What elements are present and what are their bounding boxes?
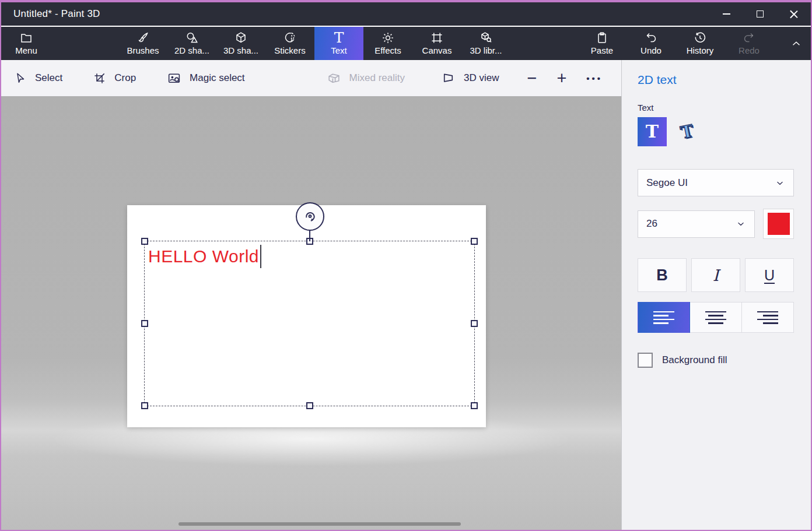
ribbon-item-label: 3D sha... [223, 46, 258, 55]
rotate-handle[interactable] [296, 202, 324, 231]
sticker-icon [283, 31, 297, 45]
resize-handle-middle-right[interactable] [471, 320, 478, 327]
ribbon-item-label: Brushes [127, 46, 159, 55]
align-left-button[interactable] [638, 302, 690, 333]
ribbon-item-label: Stickers [274, 46, 305, 55]
paste-button[interactable]: Paste [578, 27, 626, 60]
align-right-button[interactable] [742, 302, 794, 333]
text-options-panel: 2D text Text T T Segoe UI 26 B [621, 60, 811, 530]
minimize-button[interactable] [709, 2, 743, 26]
font-size-value: 26 [646, 218, 657, 230]
ribbon-item-label: Text [331, 46, 347, 55]
resize-handle-bottom-right[interactable] [471, 402, 478, 409]
font-dropdown-value: Segoe UI [646, 177, 688, 189]
text-color-picker[interactable] [763, 209, 794, 239]
rotate-handle-stem [309, 230, 310, 241]
3d-text-button[interactable]: T [674, 117, 700, 146]
text-caret [260, 245, 261, 268]
underline-button[interactable]: U [745, 258, 794, 292]
magic-select-tool[interactable]: Magic select [167, 71, 244, 86]
chevron-down-icon [736, 219, 746, 229]
2d-text-button[interactable]: T [638, 117, 667, 146]
minimize-icon [723, 13, 730, 15]
redo-icon [742, 31, 756, 45]
paint3d-window: Untitled* - Paint 3D Menu Brushes 2D sha… [0, 0, 812, 531]
resize-handle-middle-left[interactable] [141, 320, 148, 327]
background-fill-row: Background fill [638, 353, 811, 368]
close-button[interactable] [777, 2, 811, 26]
workspace[interactable]: HELLO World [1, 96, 621, 530]
maximize-icon [757, 10, 764, 17]
ribbon-item-label: Canvas [422, 46, 452, 55]
select-tool[interactable]: Select [14, 72, 62, 85]
text-type-row: T T [638, 117, 811, 146]
align-right-icon [757, 311, 778, 324]
text-style-row: B I U [638, 258, 811, 292]
align-center-icon [705, 311, 726, 324]
sun-icon [381, 31, 395, 45]
italic-glyph: I [713, 266, 719, 284]
plus-icon: + [556, 69, 566, 88]
size-color-row: 26 [638, 209, 811, 239]
redo-button[interactable]: Redo [724, 27, 774, 60]
window-title: Untitled* - Paint 3D [1, 8, 100, 20]
3d-text-icon: T [679, 122, 695, 142]
ribbon-item-label: Effects [374, 46, 401, 55]
ribbon-item-label: 3D libr... [470, 46, 502, 55]
zoom-out-button[interactable]: − [527, 69, 537, 88]
bold-button[interactable]: B [638, 258, 687, 292]
3d-view-icon [441, 71, 456, 86]
3d-view-label: 3D view [464, 72, 499, 84]
underline-glyph: U [764, 267, 775, 284]
mixed-reality-tool[interactable]: Mixed reality [327, 71, 405, 86]
menu-button[interactable]: Menu [8, 27, 44, 60]
horizontal-scrollbar[interactable] [178, 522, 461, 526]
align-center-button[interactable] [690, 302, 742, 333]
resize-handle-top-left[interactable] [141, 238, 148, 245]
2d-text-icon: T [646, 123, 659, 140]
resize-handle-bottom-center[interactable] [306, 402, 313, 409]
cursor-icon [14, 72, 27, 85]
italic-button[interactable]: I [691, 258, 740, 292]
resize-handle-top-right[interactable] [471, 238, 478, 245]
3d-library-tab[interactable]: 3D libr... [461, 27, 510, 60]
magic-select-icon [167, 71, 181, 86]
3d-shapes-tab[interactable]: 3D sha... [216, 27, 265, 60]
color-swatch-red [768, 213, 790, 235]
alignment-row [638, 302, 794, 333]
bold-glyph: B [656, 266, 668, 284]
brushes-tab[interactable]: Brushes [118, 27, 167, 60]
effects-tab[interactable]: Effects [363, 27, 412, 60]
font-size-dropdown[interactable]: 26 [638, 210, 755, 238]
2d-shapes-tab[interactable]: 2D sha... [167, 27, 216, 60]
folder-icon [19, 31, 33, 45]
titlebar: Untitled* - Paint 3D [1, 2, 811, 26]
ribbon-item-label: Undo [640, 46, 662, 55]
crop-tool-label: Crop [114, 72, 136, 84]
canvas-text[interactable]: HELLO World [148, 246, 261, 269]
background-fill-checkbox[interactable] [638, 353, 653, 368]
text-tab[interactable]: T Text [314, 27, 363, 60]
align-left-icon [653, 311, 674, 324]
collapse-ribbon-button[interactable] [790, 27, 803, 60]
resize-handle-bottom-left[interactable] [141, 402, 148, 409]
text-selection-box[interactable]: HELLO World [144, 241, 475, 406]
secondary-toolbar: Select Crop Magic select Mixed reality 3… [1, 60, 621, 96]
3d-view-tool[interactable]: 3D view [441, 71, 499, 86]
undo-button[interactable]: Undo [626, 27, 676, 60]
undo-icon [644, 31, 658, 45]
select-tool-label: Select [35, 72, 62, 84]
2d-shapes-icon [185, 31, 199, 45]
maximize-button[interactable] [743, 2, 777, 26]
more-options-button[interactable]: ••• [586, 73, 603, 83]
canvas-tab[interactable]: Canvas [412, 27, 461, 60]
canvas-icon [430, 31, 444, 45]
panel-title: 2D text [638, 73, 811, 87]
text-tool-icon: T [334, 31, 344, 45]
font-dropdown[interactable]: Segoe UI [638, 169, 794, 196]
stickers-tab[interactable]: Stickers [265, 27, 314, 60]
crop-tool[interactable]: Crop [93, 72, 136, 85]
ribbon-item-label: 2D sha... [174, 46, 209, 55]
history-button[interactable]: History [676, 27, 724, 60]
zoom-in-button[interactable]: + [556, 69, 566, 88]
